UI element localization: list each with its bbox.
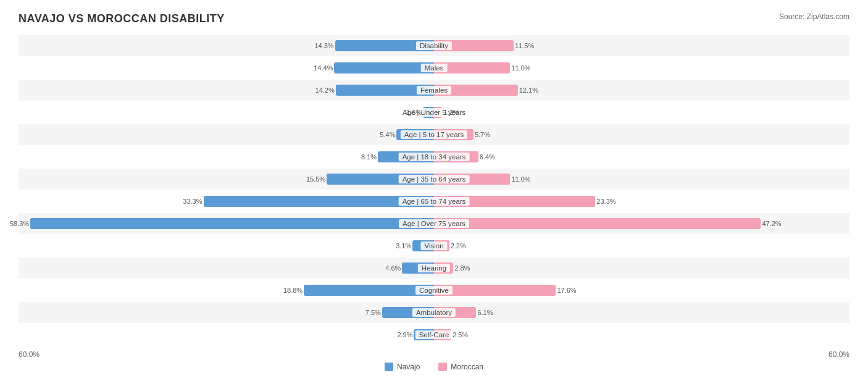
bar-right-value: 12.1% bbox=[519, 86, 538, 94]
legend-moroccan: Moroccan bbox=[438, 363, 483, 371]
bar-left-value: 8.1% bbox=[361, 153, 377, 161]
bar-category-label: Ambulatory bbox=[412, 308, 456, 317]
axis-right: 60.0% bbox=[828, 350, 849, 359]
navajo-label: Navajo bbox=[397, 363, 420, 371]
bar-category-label: Age | 18 to 34 years bbox=[399, 153, 470, 161]
navajo-color-box bbox=[385, 363, 393, 371]
bar-category-label: Females bbox=[417, 86, 451, 94]
bar-moroccan bbox=[434, 218, 761, 229]
bar-row: Females 14.2% 12.1% bbox=[19, 80, 849, 101]
bar-right-value: 2.2% bbox=[451, 242, 466, 250]
bar-category-label: Disability bbox=[416, 41, 452, 50]
bar-row: Males 14.4% 11.0% bbox=[19, 57, 849, 78]
bar-right-value: 11.5% bbox=[515, 42, 534, 49]
bar-row: Age | 65 to 74 years 33.3% 23.3% bbox=[19, 191, 849, 212]
bar-row: Age | 35 to 64 years 15.5% 11.0% bbox=[19, 169, 849, 190]
bar-right-value: 5.7% bbox=[475, 131, 490, 138]
bar-row: Age | Over 75 years 58.3% 47.2% bbox=[19, 213, 849, 234]
chart-source: Source: ZipAtlas.com bbox=[779, 12, 849, 21]
bar-left-value: 18.8% bbox=[283, 287, 303, 294]
bar-left-value: 1.6% bbox=[406, 109, 422, 116]
bar-left-value: 33.3% bbox=[183, 198, 202, 205]
bar-row: Age | 18 to 34 years 8.1% 6.4% bbox=[19, 146, 849, 167]
legend-navajo: Navajo bbox=[385, 363, 420, 371]
bar-navajo bbox=[334, 62, 434, 74]
bar-category-label: Age | 65 to 74 years bbox=[399, 197, 470, 206]
bar-right-value: 11.0% bbox=[511, 64, 530, 72]
bar-row: Age | 5 to 17 years 5.4% 5.7% bbox=[19, 124, 849, 145]
chart-title: NAVAJO VS MOROCCAN DISABILITY bbox=[19, 12, 225, 25]
bar-row: Vision 3.1% 2.2% bbox=[19, 235, 849, 256]
axis-labels: 60.0% 60.0% bbox=[19, 350, 849, 359]
bar-row: Disability 14.3% 11.5% bbox=[19, 35, 849, 56]
bar-right-value: 17.6% bbox=[557, 287, 576, 294]
axis-left: 60.0% bbox=[19, 350, 40, 359]
bar-navajo bbox=[30, 218, 434, 229]
legend: Navajo Moroccan bbox=[19, 363, 849, 371]
bar-navajo bbox=[304, 285, 434, 296]
moroccan-label: Moroccan bbox=[451, 363, 483, 371]
bar-left-value: 58.3% bbox=[10, 220, 29, 227]
bar-left-value: 5.4% bbox=[380, 131, 395, 138]
bar-left-value: 14.2% bbox=[315, 86, 335, 94]
bar-left-value: 7.5% bbox=[365, 309, 381, 316]
chart-header: NAVAJO VS MOROCCAN DISABILITY Source: Zi… bbox=[19, 12, 849, 25]
bar-right-value: 23.3% bbox=[596, 198, 616, 205]
bar-right-value: 2.5% bbox=[453, 331, 468, 338]
bar-category-label: Self-Care bbox=[415, 330, 453, 339]
chart-area: Disability 14.3% 11.5% Males 14.4% 11.0% bbox=[19, 35, 849, 345]
bar-category-label: Age | 35 to 64 years bbox=[399, 175, 470, 183]
bar-row: Self-Care 2.9% 2.5% bbox=[19, 324, 849, 345]
bar-category-label: Males bbox=[421, 64, 448, 72]
bar-left-value: 15.5% bbox=[306, 175, 325, 183]
bar-category-label: Hearing bbox=[418, 264, 450, 272]
bar-left-value: 14.4% bbox=[314, 64, 333, 72]
bar-left-value: 14.3% bbox=[314, 42, 333, 49]
bar-category-label: Age | 5 to 17 years bbox=[401, 130, 467, 139]
bar-left-value: 4.6% bbox=[385, 264, 401, 272]
bar-category-label: Vision bbox=[420, 242, 447, 250]
bar-right-value: 6.4% bbox=[480, 153, 495, 161]
bar-right-value: 6.1% bbox=[477, 309, 493, 316]
bar-category-label: Cognitive bbox=[415, 286, 453, 295]
bar-row: Ambulatory 7.5% 6.1% bbox=[19, 302, 849, 323]
bar-row: Cognitive 18.8% 17.6% bbox=[19, 280, 849, 301]
bar-left-value: 3.1% bbox=[396, 242, 411, 250]
bar-right-value: 2.8% bbox=[454, 264, 470, 272]
bar-row: Hearing 4.6% 2.8% bbox=[19, 258, 849, 279]
bar-row: Age | Under 5 years 1.6% 1.2% bbox=[19, 102, 849, 123]
moroccan-color-box bbox=[438, 363, 447, 371]
bar-left-value: 2.9% bbox=[397, 331, 412, 338]
bar-right-value: 11.0% bbox=[511, 175, 530, 183]
bar-right-value: 1.2% bbox=[443, 109, 459, 116]
bar-category-label: Age | Over 75 years bbox=[399, 219, 469, 228]
bar-right-value: 47.2% bbox=[762, 220, 781, 227]
